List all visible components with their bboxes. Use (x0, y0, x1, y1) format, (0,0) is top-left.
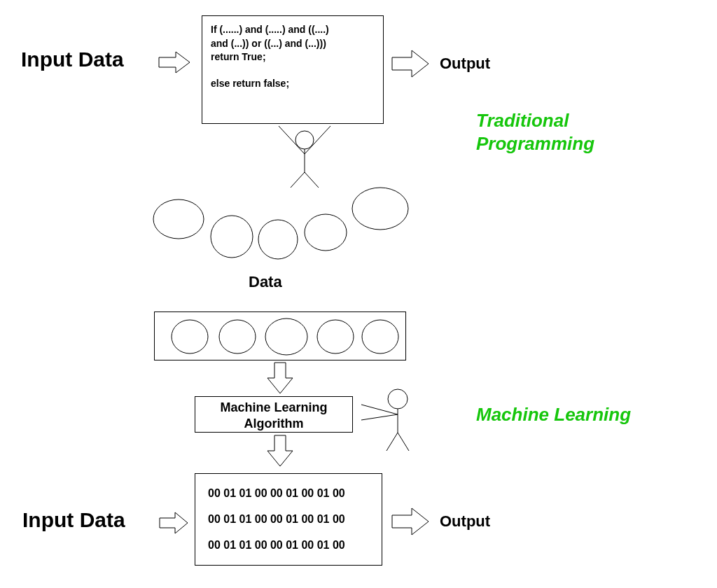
svg-point-8 (153, 200, 204, 239)
binary-row: 00 01 01 00 00 01 00 01 00 (208, 513, 369, 526)
code-line: else return false; (211, 77, 375, 91)
svg-point-12 (352, 188, 408, 230)
ml-section-label: Machine Learning (476, 403, 631, 426)
svg-line-21 (387, 433, 398, 451)
traditional-section-label: Traditional Programming (476, 109, 594, 155)
stick-figure-icon (266, 125, 343, 188)
svg-point-13 (172, 320, 208, 354)
algo-line: Machine Learning (195, 400, 352, 416)
svg-point-2 (295, 131, 314, 149)
svg-line-22 (398, 433, 409, 451)
bottom-output-label: Output (440, 512, 490, 531)
code-line: return True; (211, 50, 375, 64)
data-label: Data (249, 273, 282, 291)
code-line: If (......) and (.....) and ((....) (211, 23, 375, 37)
code-line: and (...)) or ((...) and (...))) (211, 37, 375, 51)
svg-line-6 (279, 126, 305, 154)
svg-point-11 (305, 214, 347, 251)
binary-row: 00 01 01 00 00 01 00 01 00 (208, 487, 369, 500)
stick-figure-icon (356, 386, 426, 456)
svg-marker-0 (159, 52, 190, 73)
svg-marker-25 (267, 435, 293, 466)
rules-code-box: If (......) and (.....) and ((....) and … (202, 15, 384, 124)
scattered-data-icon (151, 181, 410, 265)
diagram-stage: Input Data If (......) and (.....) and (… (0, 0, 717, 588)
arrow-down-icon (266, 434, 294, 469)
svg-marker-26 (160, 512, 188, 533)
arrow-right-icon (391, 50, 430, 78)
top-output-label: Output (440, 55, 490, 73)
algo-line: Algorithm (195, 416, 352, 432)
svg-marker-27 (392, 508, 429, 535)
arrow-right-icon (158, 511, 190, 535)
model-binary-box: 00 01 01 00 00 01 00 01 00 00 01 01 00 0… (195, 473, 382, 566)
svg-marker-1 (392, 50, 429, 77)
arrow-down-icon (266, 361, 294, 396)
arrow-right-icon (158, 50, 193, 74)
svg-line-7 (305, 126, 330, 154)
algorithm-box: Machine Learning Algorithm (195, 396, 353, 433)
svg-point-16 (317, 320, 354, 354)
arrow-right-icon (391, 508, 430, 536)
svg-line-24 (361, 414, 398, 420)
top-input-label: Input Data (21, 48, 124, 71)
binary-row: 00 01 01 00 00 01 00 01 00 (208, 539, 369, 552)
svg-point-17 (362, 320, 398, 354)
data-container-box (154, 312, 406, 360)
svg-point-14 (219, 320, 256, 354)
svg-point-9 (211, 216, 253, 258)
svg-marker-18 (267, 363, 293, 393)
svg-point-10 (258, 220, 298, 259)
svg-point-15 (265, 318, 307, 355)
data-row-icon (155, 312, 407, 361)
svg-point-19 (388, 389, 408, 409)
svg-line-23 (361, 405, 398, 414)
bottom-input-label: Input Data (22, 508, 125, 532)
